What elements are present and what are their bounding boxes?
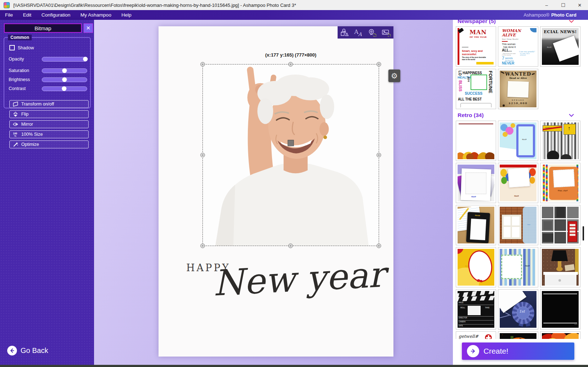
brightness-slider-thumb[interactable] bbox=[62, 77, 67, 82]
maximize-button[interactable]: ☐ bbox=[555, 0, 571, 10]
svg-text:%: % bbox=[14, 135, 16, 137]
back-arrow-icon bbox=[7, 346, 17, 355]
svg-text:A: A bbox=[358, 31, 362, 36]
saturation-slider[interactable] bbox=[42, 68, 87, 73]
selection-box[interactable] bbox=[202, 64, 379, 246]
contrast-slider-thumb[interactable] bbox=[62, 86, 66, 91]
section-header-retro[interactable]: Retro (34) bbox=[458, 112, 588, 120]
insert-shapes-icon[interactable] bbox=[340, 28, 349, 37]
app-icon bbox=[4, 2, 10, 8]
title-bar: [\\ASHSRVDATA01\Design\Grafik\Ressourcen… bbox=[0, 0, 588, 10]
template-thumbnail-clapperboard[interactable]: PROD. ROLL TAKE DIRECTOR CAMERA DATE bbox=[456, 289, 496, 330]
panel-close-icon[interactable]: ✕ bbox=[84, 23, 93, 33]
menu-my-ashampoo[interactable]: My Ashampoo bbox=[80, 12, 111, 18]
arrow-right-icon bbox=[467, 345, 479, 357]
opacity-slider-thumb[interactable] bbox=[83, 57, 88, 62]
template-thumbnail-nightstand[interactable] bbox=[540, 247, 580, 287]
mirror-icon bbox=[13, 121, 18, 127]
template-thumbnail-photo-stack[interactable]: #text# bbox=[456, 163, 496, 203]
mirror-button[interactable]: Mirror bbox=[9, 120, 89, 128]
opacity-label: Opacity bbox=[9, 57, 42, 62]
template-gallery-panel: Newspaper (5) MAN OF THE YEAR Smart, sex… bbox=[453, 20, 588, 367]
selection-handle-e[interactable] bbox=[377, 153, 381, 157]
template-thumbnail-balloons[interactable]: #text# bbox=[498, 163, 538, 203]
create-button[interactable]: Create! bbox=[462, 343, 574, 360]
replace-image-icon[interactable] bbox=[382, 28, 391, 37]
panel-title: Bitmap bbox=[4, 23, 82, 33]
menu-configuration[interactable]: Configuration bbox=[41, 12, 70, 18]
photo-old-woman-horns-gesture[interactable] bbox=[203, 64, 379, 246]
selection-coordinates: (x:177 y:165) (777×800) bbox=[265, 52, 316, 58]
shadow-label: Shadow bbox=[18, 45, 34, 50]
selection-handle-nw[interactable] bbox=[200, 62, 205, 67]
create-panel: Create! bbox=[453, 339, 588, 365]
contrast-label: Contrast bbox=[9, 86, 42, 91]
group-label: Common bbox=[8, 35, 32, 40]
menu-help[interactable]: Help bbox=[121, 12, 132, 18]
template-thumbnail-yellow-oval[interactable]: #text# bbox=[456, 247, 496, 287]
brand-label: Ashampoo®Photo Card bbox=[524, 10, 576, 20]
selection-handle-se[interactable] bbox=[377, 243, 381, 248]
template-thumbnail-brick-window[interactable]: #text bbox=[498, 205, 538, 245]
close-button[interactable]: ✕ bbox=[571, 0, 588, 10]
template-thumbnail-baby-frame[interactable]: #text# bbox=[498, 121, 538, 161]
optimize-icon bbox=[13, 142, 18, 147]
size-100-icon: 100% bbox=[13, 131, 18, 137]
canvas-toolbar: A A bbox=[338, 26, 393, 39]
window-title: [\\ASHSRVDATA01\Design\Grafik\Ressourcen… bbox=[13, 3, 296, 8]
selection-center-handle[interactable] bbox=[288, 140, 294, 146]
minimize-button[interactable]: – bbox=[538, 0, 555, 10]
template-thumbnail-cinema-screen[interactable]: #text# bbox=[540, 289, 580, 330]
contrast-slider[interactable] bbox=[42, 86, 87, 91]
chevron-down-icon[interactable] bbox=[569, 113, 574, 117]
editor-canvas[interactable]: A A bbox=[94, 20, 453, 367]
object-settings-gear-icon[interactable]: ⚙ bbox=[388, 70, 400, 82]
template-thumbnail-wedding-sign[interactable]: #wedding# ↑ bbox=[540, 121, 580, 161]
template-thumbnail-man-of-the-year[interactable]: MAN OF THE YEAR Smart, sexy and successf… bbox=[456, 26, 496, 67]
template-thumbnail-all-the-best[interactable]: LO HAPPINESS HEALTH JOY BLISS SUCCESS FO… bbox=[456, 69, 496, 109]
template-thumbnail-special-news[interactable]: ECIAL NEWS! #text# bbox=[540, 26, 580, 67]
common-groupbox: Common Shadow Opacity Saturation bbox=[4, 37, 91, 108]
section-header-newspaper[interactable]: Newspaper (5) bbox=[458, 20, 588, 26]
saturation-slider-thumb[interactable] bbox=[62, 68, 67, 73]
svg-text:100: 100 bbox=[13, 132, 17, 135]
menu-edit[interactable]: Edit bbox=[23, 12, 31, 18]
opacity-slider[interactable] bbox=[42, 57, 87, 62]
brightness-slider[interactable] bbox=[42, 77, 87, 82]
flip-icon bbox=[13, 111, 18, 117]
menu-file[interactable]: File bbox=[5, 12, 13, 18]
selection-handle-n[interactable] bbox=[288, 62, 293, 67]
template-thumbnail-phone-booth[interactable] bbox=[540, 205, 580, 245]
template-thumbnail-birthday-bunting[interactable]: #hap...day# bbox=[540, 163, 580, 203]
transform-button[interactable]: Transform on/off bbox=[9, 100, 89, 108]
optimize-button[interactable]: Optimize bbox=[9, 140, 89, 148]
selection-handle-sw[interactable] bbox=[200, 243, 205, 248]
chevron-down-icon[interactable] bbox=[569, 20, 574, 23]
transform-icon bbox=[13, 101, 18, 107]
brightness-label: Brightness bbox=[9, 77, 42, 82]
template-thumbnail-notebook[interactable]: #text# bbox=[456, 205, 496, 245]
selection-handle-w[interactable] bbox=[200, 153, 205, 157]
ashampoo-photo-card-window: [\\ASHSRVDATA01\Design\Grafik\Ressourcen… bbox=[0, 0, 588, 367]
template-thumbnail-wanted-poster[interactable]: WANTED Dead or Alive REWARD $250,000 bbox=[498, 69, 538, 109]
selection-handle-ne[interactable] bbox=[377, 62, 381, 67]
template-thumbnail-autumn-leaves[interactable] bbox=[456, 121, 496, 161]
flip-button[interactable]: Flip bbox=[9, 110, 89, 118]
menu-bar: File Edit Configuration My Ashampoo Help… bbox=[0, 10, 588, 20]
go-back-button[interactable]: Go Back bbox=[7, 346, 48, 355]
gallery-scrollbar[interactable] bbox=[583, 226, 584, 241]
saturation-label: Saturation bbox=[9, 68, 42, 73]
selection-handle-s[interactable] bbox=[288, 243, 293, 248]
shadow-checkbox[interactable] bbox=[9, 45, 15, 50]
template-thumbnail-striped-frame[interactable]: #text# bbox=[498, 247, 538, 287]
insert-text-icon[interactable]: A A bbox=[354, 28, 362, 37]
webcam-capture-icon[interactable] bbox=[368, 28, 377, 37]
size-100-button[interactable]: 100% 100% Size bbox=[9, 130, 89, 138]
bottom-status-strip bbox=[0, 365, 588, 367]
template-thumbnail-first-place-rosette[interactable]: 1st bbox=[498, 289, 538, 330]
template-thumbnail-woman-alive[interactable]: WOMAN ALIVE Smart • Strong • Beautiful T… bbox=[498, 26, 538, 67]
bitmap-panel: Bitmap ✕ Common Shadow Opacity Saturatio… bbox=[0, 20, 94, 367]
